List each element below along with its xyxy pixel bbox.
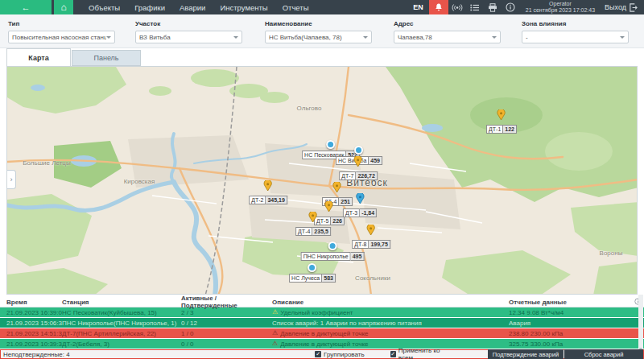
broadcast-button[interactable]	[448, 0, 466, 14]
warning-icon: ⚠	[272, 309, 278, 316]
map-panel-toggle[interactable]: ›	[7, 170, 16, 189]
filter-group-3: АдресЧапаева,78	[394, 20, 501, 43]
cell-description: ⚠Удельный коэффициент	[272, 309, 509, 316]
filter-group-1: УчастокВЗ Витьба	[135, 20, 242, 43]
table-row[interactable]: 21.09.2023 16:39:01НС Песковатик(Куйбыше…	[0, 307, 644, 318]
alarms-table: ВремяСтанцияАктивные / ПодтвержденныеОпи…	[0, 295, 644, 349]
current-datetime: 21 сентября 2023 17:02:43	[526, 7, 595, 14]
unconfirmed-label: Неподтвержденные:	[3, 351, 64, 358]
yellow-pin-icon	[366, 224, 375, 238]
station-marker-icon	[326, 140, 335, 149]
marker-name: ДТ-2	[249, 196, 266, 204]
filter-select-3[interactable]: Чапаева,78	[394, 31, 501, 43]
column-header-2: Активные / Подтвержденные	[181, 295, 272, 309]
cell-time: 21.09.2023 16:39:01	[0, 309, 62, 316]
marker-label: НС Лучеса583	[289, 274, 336, 283]
nav-item-2[interactable]: Аварии	[172, 0, 213, 14]
print-button[interactable]	[484, 0, 502, 14]
column-header-4: Отчетные данные	[509, 299, 631, 306]
logout-button[interactable]: Выход	[601, 3, 644, 12]
filter-select-1[interactable]: ВЗ Витьба	[135, 31, 242, 43]
filter-select-0[interactable]: Повысительная насосная станция	[8, 31, 115, 43]
yellow-pin-icon	[263, 180, 272, 194]
reset-alarms-button[interactable]: Сброс аварий	[564, 349, 643, 359]
map-marker-ДТ-1[interactable]: ДТ-1122	[486, 109, 517, 134]
map-place-label: Ольгово	[297, 105, 322, 112]
filter-select-4[interactable]: -	[522, 31, 629, 43]
marker-label: ПНС Никрополье495	[301, 252, 365, 261]
table-header: ВремяСтанцияАктивные / ПодтвержденныеОпи…	[0, 295, 644, 307]
alarm-footer: Неподтвержденные: 4 ✓ Группировать ✓ При…	[0, 349, 644, 359]
map-marker-НС Лучеса[interactable]: НС Лучеса583	[289, 263, 336, 283]
group-checkbox-label: Группировать	[324, 351, 365, 358]
marker-name: ДТ-3	[343, 208, 360, 217]
nav-item-1[interactable]: Графики	[127, 0, 172, 14]
back-button[interactable]: ←	[0, 0, 52, 14]
marker-name: ПНС Никрополье	[301, 252, 351, 261]
cell-report-data: 12.34 9.08 Вт*ч/м4	[509, 309, 631, 316]
marker-value: 226,72	[356, 171, 377, 180]
yellow-pin-icon	[309, 211, 318, 225]
event-list-button[interactable]	[466, 0, 484, 14]
table-body: 21.09.2023 16:39:01НС Песковатик(Куйбыше…	[0, 307, 644, 349]
top-bar: ← ⌂ ОбъектыГрафикиАварииИнструментыОтчет…	[0, 0, 644, 14]
blue-pin-icon	[356, 192, 365, 207]
cell-report-data: 325.75 330.00 кПа	[509, 340, 631, 348]
station-marker-icon	[354, 146, 363, 155]
map-marker-ПНС Никрополье[interactable]: ПНС Никрополье495	[301, 241, 365, 261]
unconfirmed-counter: Неподтвержденные: 4	[1, 351, 315, 358]
tab-карта[interactable]: Карта	[6, 48, 71, 66]
home-icon: ⌂	[60, 2, 66, 13]
logout-label: Выход	[605, 3, 626, 11]
map-marker-ДТ-3[interactable]: ДТ-3-1,84	[343, 192, 377, 217]
apply-all-checkbox[interactable]: ✓ Применить ко всем	[390, 347, 451, 359]
marker-value: 583	[322, 274, 336, 283]
info-icon	[506, 2, 515, 12]
map-view[interactable]: › ОльговоБольшие ЛетцыКировскаяВитебскСо…	[6, 66, 638, 295]
filter-value: Чапаева,78	[398, 34, 492, 41]
checkbox-checked-icon: ✓	[390, 351, 396, 357]
marker-name: ДТ-7	[339, 171, 356, 180]
marker-name: ДТ-4	[295, 227, 312, 236]
cell-counts: 0 / 0	[181, 340, 272, 348]
filter-select-2[interactable]: НС Витьба(Чапаева, 78)	[265, 31, 372, 43]
table-row[interactable]: 21.09.2023 10:39:38ДТ-2(Бебеля, 3)0 / 0⚠…	[0, 339, 644, 349]
filter-group-4: Зона влияния-	[522, 20, 629, 43]
filter-label: Тип	[8, 20, 115, 27]
unconfirmed-count: 4	[66, 351, 69, 358]
group-checkbox[interactable]: ✓ Группировать	[315, 351, 365, 358]
filter-value: ВЗ Витьба	[139, 34, 233, 41]
checkbox-checked-icon: ✓	[315, 351, 321, 357]
description-text: Давление в диктующей точке	[280, 330, 368, 337]
cell-time: 21.09.2023 10:39:38	[0, 340, 62, 348]
yellow-pin-icon	[333, 181, 342, 196]
nav-item-0[interactable]: Объекты	[81, 0, 127, 14]
cell-report-data: Авария	[509, 320, 631, 327]
app-window: ← ⌂ ОбъектыГрафикиАварииИнструментыОтчет…	[0, 0, 644, 359]
confirm-alarms-button[interactable]: Подтверждение аварий	[488, 349, 564, 359]
chevron-down-icon	[233, 36, 238, 41]
language-switch[interactable]: EN	[407, 3, 429, 11]
chevron-down-icon	[106, 36, 111, 41]
map-marker-ДТ-4[interactable]: ДТ-4235,5	[295, 211, 331, 236]
table-row[interactable]: 21.09.2023 14:51:31ДТ-7(ПНС Артиллерийск…	[0, 328, 644, 339]
column-header-0: Время	[0, 299, 62, 306]
view-tabs: КартаПанель	[0, 48, 644, 66]
alarm-bell-button[interactable]	[429, 0, 448, 14]
cell-counts: 1 / 0	[181, 330, 272, 337]
column-header-1: Станция	[62, 299, 181, 306]
nav-item-3[interactable]: Инструменты	[213, 0, 275, 14]
yellow-pin-icon	[353, 155, 362, 170]
map-marker-ДТ-7[interactable]: ДТ-7226,72	[339, 155, 378, 180]
station-marker-icon	[308, 263, 316, 272]
filter-group-0: ТипПовысительная насосная станция	[8, 20, 115, 43]
marker-value: 345,19	[266, 196, 287, 204]
table-row[interactable]: 21.09.2023 15:06:30ПНС Никрополье(ПНС Ни…	[0, 318, 644, 328]
marker-name: ДТ-1	[486, 125, 503, 134]
tab-панель[interactable]: Панель	[72, 50, 141, 66]
info-button[interactable]	[502, 0, 519, 14]
nav-item-4[interactable]: Отчеты	[275, 0, 316, 14]
map-marker-ДТ-2[interactable]: ДТ-2345,19	[249, 180, 287, 204]
home-button[interactable]: ⌂	[54, 0, 73, 14]
filter-value: -	[526, 34, 620, 41]
